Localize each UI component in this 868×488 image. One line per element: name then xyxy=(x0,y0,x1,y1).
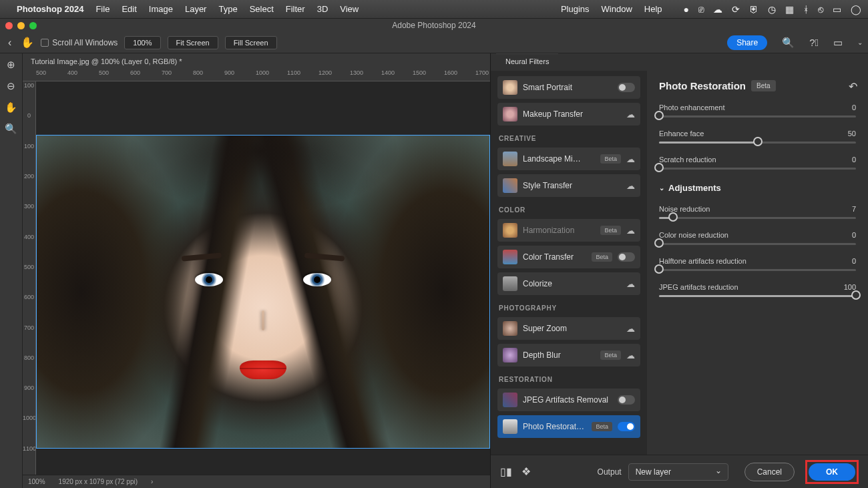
back-button[interactable]: ‹ xyxy=(5,37,14,49)
fit-screen-button[interactable]: Fit Screen xyxy=(168,36,218,49)
filter-row[interactable]: Depth Blur Beta ☁ xyxy=(497,344,640,367)
window-maximize-button[interactable] xyxy=(29,22,37,29)
canvas-viewport[interactable] xyxy=(36,81,490,475)
reset-icon[interactable]: ↶ xyxy=(849,80,857,93)
filter-row[interactable]: Color Transfer Beta xyxy=(497,246,640,268)
menu-image[interactable]: Image xyxy=(149,4,173,14)
slider-track[interactable] xyxy=(659,243,856,245)
slider-value: 0 xyxy=(852,231,856,239)
filter-row[interactable]: Colorize ☁ xyxy=(497,272,640,295)
filter-list[interactable]: Smart Portrait Makeup Transfer ☁CREATIVE… xyxy=(491,71,647,455)
filter-row[interactable]: Landscape Mi… Beta ☁ xyxy=(497,148,640,170)
slider-track[interactable] xyxy=(659,295,856,297)
slider-label: Halftone artifacts reduction xyxy=(659,257,746,265)
output-select[interactable]: New layer xyxy=(628,463,728,481)
filter-thumb xyxy=(503,348,517,362)
filter-toggle[interactable] xyxy=(618,422,635,431)
status-bar: 100% 1920 px x 1079 px (72 ppi) › xyxy=(23,475,490,488)
hand-tool-icon[interactable]: ✋ xyxy=(5,101,17,113)
menu-file[interactable]: File xyxy=(95,4,110,14)
cloud-download-icon[interactable]: ☁ xyxy=(626,154,635,164)
filter-thumb xyxy=(503,80,517,95)
sync-icon[interactable]: ⟳ xyxy=(732,4,740,15)
filter-row[interactable]: Photo Restorat… Beta xyxy=(497,415,640,438)
filter-row[interactable]: JPEG Artifacts Removal xyxy=(497,389,640,411)
help-icon[interactable]: ?⃝ xyxy=(809,37,819,48)
cloud-download-icon[interactable]: ☁ xyxy=(626,350,635,360)
window-close-button[interactable] xyxy=(5,22,13,29)
search-icon[interactable]: 🔍 xyxy=(782,37,795,49)
window-title: Adobe Photoshop 2024 xyxy=(392,21,475,30)
window-minimize-button[interactable] xyxy=(17,22,25,29)
adjustments-header[interactable]: ⌄Adjustments xyxy=(659,183,856,193)
slider-track[interactable] xyxy=(659,142,856,144)
cloud-icon[interactable]: ☁ xyxy=(713,4,722,15)
filter-row[interactable]: Makeup Transfer ☁ xyxy=(497,103,640,126)
menu-layer[interactable]: Layer xyxy=(185,4,207,14)
slider-group: Noise reduction7 xyxy=(659,205,856,219)
filter-row[interactable]: Smart Portrait xyxy=(497,76,640,99)
status-zoom[interactable]: 100% xyxy=(28,478,45,485)
chevron-down-icon[interactable]: ⌄ xyxy=(857,39,863,46)
menu-help[interactable]: Help xyxy=(644,4,662,14)
filter-toggle[interactable] xyxy=(618,252,635,262)
menu-view[interactable]: View xyxy=(340,4,359,14)
zoom-level[interactable]: 100% xyxy=(124,36,160,49)
slider-track[interactable] xyxy=(659,115,856,117)
fill-screen-button[interactable]: Fill Screen xyxy=(225,36,277,49)
cloud-download-icon[interactable]: ☁ xyxy=(626,279,635,289)
status-chevron-icon[interactable]: › xyxy=(151,478,153,485)
menu-edit[interactable]: Edit xyxy=(122,4,136,14)
battery-icon[interactable]: ▭ xyxy=(833,4,841,15)
zoom-tool-icon[interactable]: 🔍 xyxy=(5,123,17,135)
filter-row[interactable]: Super Zoom ☁ xyxy=(497,317,640,340)
display-icon[interactable]: ⎚ xyxy=(698,4,704,15)
app-name[interactable]: Photoshop 2024 xyxy=(17,4,83,14)
cancel-button[interactable]: Cancel xyxy=(744,463,795,481)
filter-name: Super Zoom xyxy=(523,324,621,333)
cloud-download-icon[interactable]: ☁ xyxy=(626,109,635,119)
cloud-download-icon[interactable]: ☁ xyxy=(626,181,635,191)
bluetooth-icon[interactable]: ᚼ xyxy=(803,4,809,15)
cloud-download-icon[interactable]: ☁ xyxy=(626,226,635,236)
filter-row[interactable]: Style Transfer ☁ xyxy=(497,174,640,197)
ok-button[interactable]: OK xyxy=(809,463,855,481)
record-icon[interactable]: ● xyxy=(684,4,689,15)
menu-plugins[interactable]: Plugins xyxy=(561,4,590,14)
menu-3d[interactable]: 3D xyxy=(317,4,329,14)
slider-track[interactable] xyxy=(659,168,856,170)
slider-track[interactable] xyxy=(659,269,856,271)
layers-icon[interactable]: ❖ xyxy=(521,465,531,478)
cloud-download-icon[interactable]: ☁ xyxy=(626,324,635,334)
share-button[interactable]: Share xyxy=(727,35,767,50)
chevron-down-icon: ⌄ xyxy=(659,184,664,192)
menu-window[interactable]: Window xyxy=(602,4,632,14)
user-icon[interactable]: ◯ xyxy=(851,4,861,15)
filter-toggle[interactable] xyxy=(618,83,635,92)
app-icon[interactable]: ▦ xyxy=(785,4,794,15)
shield-icon[interactable]: ⛨ xyxy=(749,4,758,15)
menu-type[interactable]: Type xyxy=(218,4,237,14)
filter-name: Color Transfer xyxy=(523,252,586,262)
slider-track[interactable] xyxy=(659,217,856,219)
neural-filters-tab[interactable]: Neural Filters xyxy=(496,53,558,71)
hand-tool-icon[interactable]: ✋ xyxy=(21,36,34,49)
filter-category: COLOR xyxy=(499,206,640,214)
workspace-icon[interactable]: ▭ xyxy=(833,37,843,49)
slider-group: Scratch reduction0 xyxy=(659,156,856,170)
filter-thumb xyxy=(503,321,517,336)
compare-icon[interactable]: ▯▮ xyxy=(500,465,512,478)
canvas-area: Tutorial Image.jpg @ 100% (Layer 0, RGB/… xyxy=(23,53,490,488)
wifi-icon[interactable]: ⎋ xyxy=(818,4,823,15)
filter-row[interactable]: Harmonization Beta ☁ xyxy=(497,219,640,242)
zoom-out-icon[interactable]: ⊖ xyxy=(7,80,15,92)
document-tab[interactable]: Tutorial Image.jpg @ 100% (Layer 0, RGB/… xyxy=(23,53,490,69)
menu-select[interactable]: Select xyxy=(250,4,274,14)
menu-filter[interactable]: Filter xyxy=(286,4,305,14)
document-image xyxy=(36,135,490,449)
filter-toggle[interactable] xyxy=(618,395,635,405)
zoom-in-icon[interactable]: ⊕ xyxy=(7,59,15,71)
scroll-all-checkbox[interactable]: Scroll All Windows xyxy=(41,38,118,47)
status-dimensions: 1920 px x 1079 px (72 ppi) xyxy=(59,478,138,485)
clock-icon[interactable]: ◷ xyxy=(768,4,776,15)
